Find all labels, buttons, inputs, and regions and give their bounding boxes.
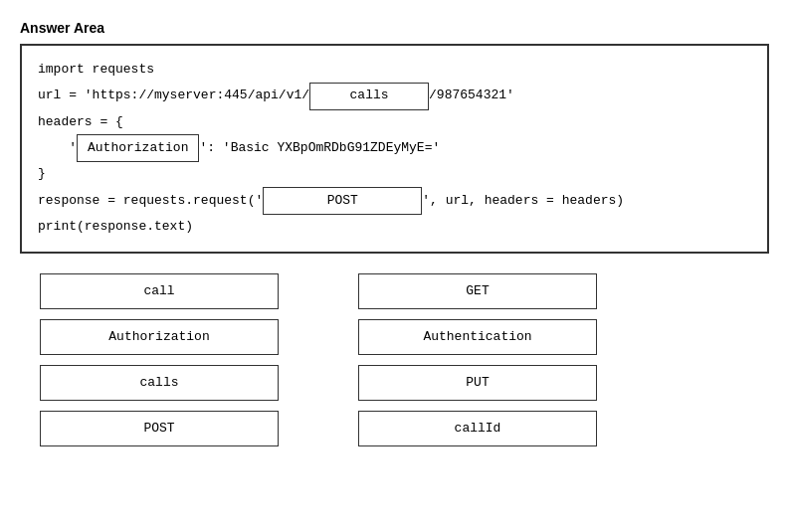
code-text-line2-prefix: url = 'https://myserver:445/api/v1/ [38, 84, 309, 108]
option-put[interactable]: PUT [358, 365, 597, 401]
code-text-line5: } [38, 162, 46, 187]
code-line-6: response = requests.request(' POST ', ur… [38, 187, 751, 215]
code-box: import requests url = 'https://myserver:… [20, 44, 769, 254]
code-text-line6-prefix: response = requests.request(' [38, 189, 263, 214]
code-text-line1: import requests [38, 58, 154, 83]
code-line-4: ' Authorization ': 'Basic YXBpOmRDbG91ZD… [38, 134, 751, 162]
code-text-line3: headers = { [38, 110, 123, 135]
code-text-line7: print(response.text) [38, 215, 193, 240]
code-text-line4-suffix: ': 'Basic YXBpOmRDbG91ZDEyMyE=' [199, 136, 440, 161]
option-authorization[interactable]: Authorization [40, 319, 279, 355]
option-callid[interactable]: callId [358, 411, 597, 446]
code-line-7: print(response.text) [38, 215, 751, 240]
option-get[interactable]: GET [358, 273, 597, 309]
code-text-line2-suffix: /987654321' [429, 84, 514, 108]
option-calls[interactable]: calls [40, 365, 279, 401]
answer-area-label: Answer Area [20, 20, 769, 36]
code-text-line6-suffix: ', url, headers = headers) [422, 189, 624, 214]
option-post[interactable]: POST [40, 411, 279, 446]
code-line-5: } [38, 162, 751, 187]
option-authentication[interactable]: Authentication [358, 319, 597, 355]
code-line-3: headers = { [38, 110, 751, 135]
code-line-1: import requests [38, 58, 751, 83]
options-grid: call GET Authorization Authentication ca… [40, 273, 597, 446]
inline-box-calls[interactable]: calls [309, 83, 429, 110]
code-line-2: url = 'https://myserver:445/api/v1/ call… [38, 83, 751, 110]
inline-box-post[interactable]: POST [263, 187, 422, 215]
option-call[interactable]: call [40, 273, 279, 309]
inline-box-authorization[interactable]: Authorization [77, 134, 199, 162]
code-text-line4-prefix: ' [38, 136, 77, 161]
